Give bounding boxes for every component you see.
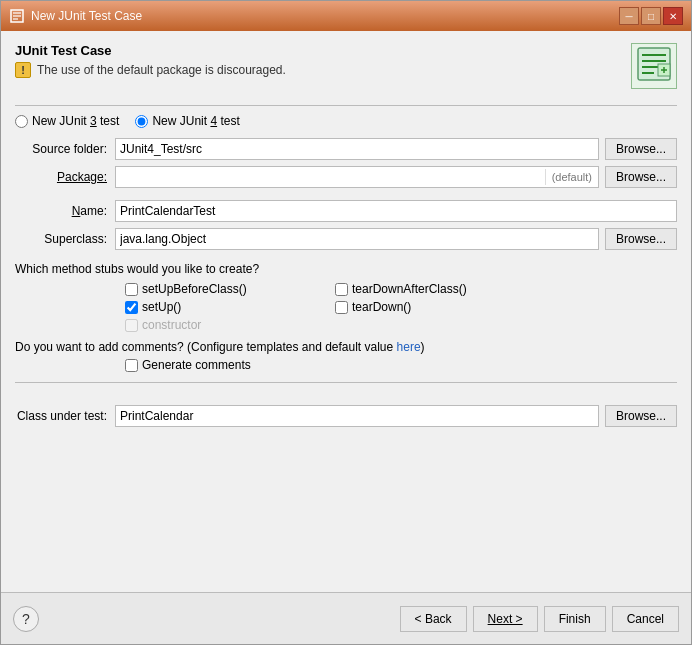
junit-icon-box xyxy=(631,43,677,89)
radio-junit4-input[interactable] xyxy=(135,115,148,128)
class-under-test-label: Class under test: xyxy=(15,409,115,423)
title-bar-text: New JUnit Test Case xyxy=(31,9,142,23)
setUp-before-class-label: setUpBeforeClass() xyxy=(142,282,247,296)
bottom-left: ? xyxy=(13,606,39,632)
superclass-label: Superclass: xyxy=(15,232,115,246)
finish-button[interactable]: Finish xyxy=(544,606,606,632)
stubs-label: Which method stubs would you like to cre… xyxy=(15,262,677,276)
set-up-label: setUp() xyxy=(142,300,181,314)
package-input-wrapper: (default) xyxy=(115,166,599,188)
next-button[interactable]: Next > xyxy=(473,606,538,632)
constructor-checkbox[interactable] xyxy=(125,319,138,332)
help-button[interactable]: ? xyxy=(13,606,39,632)
tear-down-checkbox[interactable] xyxy=(335,301,348,314)
generate-comments-row: Generate comments xyxy=(125,358,677,372)
back-button[interactable]: < Back xyxy=(400,606,467,632)
minimize-button[interactable]: ─ xyxy=(619,7,639,25)
generate-comments-label: Generate comments xyxy=(142,358,251,372)
radio-junit3-input[interactable] xyxy=(15,115,28,128)
stubs-section: Which method stubs would you like to cre… xyxy=(15,256,677,334)
header-section: JUnit Test Case ! The use of the default… xyxy=(15,43,677,89)
name-row: Name: xyxy=(15,200,677,222)
setUp-before-class-checkbox[interactable] xyxy=(125,283,138,296)
comments-section: Do you want to add comments? (Configure … xyxy=(15,340,677,372)
warning-row: ! The use of the default package is disc… xyxy=(15,62,631,78)
bottom-bar: ? < Back Next > Finish Cancel xyxy=(1,592,691,644)
set-up-checkbox[interactable] xyxy=(125,301,138,314)
package-input[interactable] xyxy=(116,168,545,186)
tear-down-after-class-row: tearDownAfterClass() xyxy=(335,282,535,296)
superclass-input[interactable] xyxy=(115,228,599,250)
close-button[interactable]: ✕ xyxy=(663,7,683,25)
constructor-row: constructor xyxy=(125,318,325,332)
radio-junit3-label: New JUnit 3 test xyxy=(32,114,119,128)
cancel-button[interactable]: Cancel xyxy=(612,606,679,632)
maximize-button[interactable]: □ xyxy=(641,7,661,25)
header-left: JUnit Test Case ! The use of the default… xyxy=(15,43,631,78)
window-icon xyxy=(9,8,25,24)
class-under-test-browse-button[interactable]: Browse... xyxy=(605,405,677,427)
package-row: Package: (default) Browse... xyxy=(15,166,677,188)
superclass-browse-button[interactable]: Browse... xyxy=(605,228,677,250)
junit-icon-symbol xyxy=(636,46,672,87)
setUp-before-class-row: setUpBeforeClass() xyxy=(125,282,325,296)
tear-down-after-class-checkbox[interactable] xyxy=(335,283,348,296)
radio-junit3[interactable]: New JUnit 3 test xyxy=(15,114,119,128)
bottom-right: < Back Next > Finish Cancel xyxy=(400,606,679,632)
set-up-row: setUp() xyxy=(125,300,325,314)
constructor-label: constructor xyxy=(142,318,201,332)
title-bar-left: New JUnit Test Case xyxy=(9,8,142,24)
name-input[interactable] xyxy=(115,200,677,222)
divider-1 xyxy=(15,105,677,106)
package-browse-button[interactable]: Browse... xyxy=(605,166,677,188)
content-area: JUnit Test Case ! The use of the default… xyxy=(1,31,691,592)
source-folder-input[interactable] xyxy=(115,138,599,160)
radio-group: New JUnit 3 test New JUnit 4 test xyxy=(15,114,677,128)
source-folder-label: Source folder: xyxy=(15,142,115,156)
package-label: Package: xyxy=(15,170,115,184)
comments-here-link[interactable]: here xyxy=(397,340,421,354)
tear-down-row: tearDown() xyxy=(335,300,535,314)
class-under-test-input[interactable] xyxy=(115,405,599,427)
title-bar: New JUnit Test Case ─ □ ✕ xyxy=(1,1,691,31)
divider-2 xyxy=(15,382,677,383)
warning-icon: ! xyxy=(15,62,31,78)
warning-text: The use of the default package is discou… xyxy=(37,63,286,77)
superclass-row: Superclass: Browse... xyxy=(15,228,677,250)
stubs-grid: setUpBeforeClass() tearDownAfterClass() … xyxy=(125,282,677,334)
name-label: Name: xyxy=(15,204,115,218)
radio-junit4[interactable]: New JUnit 4 test xyxy=(135,114,239,128)
header-title: JUnit Test Case xyxy=(15,43,631,58)
tear-down-label: tearDown() xyxy=(352,300,411,314)
window: New JUnit Test Case ─ □ ✕ JUnit Test Cas… xyxy=(0,0,692,645)
comments-question: Do you want to add comments? (Configure … xyxy=(15,340,677,354)
spacer xyxy=(15,433,677,584)
tear-down-after-class-label: tearDownAfterClass() xyxy=(352,282,467,296)
title-bar-controls: ─ □ ✕ xyxy=(619,7,683,25)
radio-junit4-label: New JUnit 4 test xyxy=(152,114,239,128)
source-folder-row: Source folder: Browse... xyxy=(15,138,677,160)
package-default-text: (default) xyxy=(545,169,598,185)
source-folder-browse-button[interactable]: Browse... xyxy=(605,138,677,160)
generate-comments-checkbox[interactable] xyxy=(125,359,138,372)
class-under-test-row: Class under test: Browse... xyxy=(15,405,677,427)
